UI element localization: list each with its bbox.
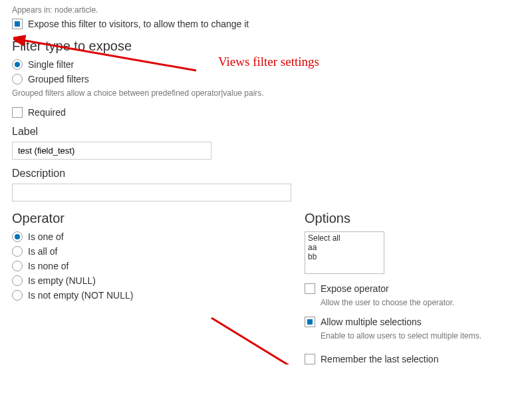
operator-is-empty-radio[interactable] xyxy=(12,275,23,286)
options-item-2[interactable]: bb xyxy=(307,252,382,261)
expose-operator-help: Allow the user to choose the operator. xyxy=(321,298,504,307)
filter-type-grouped-label: Grouped filters xyxy=(28,74,89,84)
filter-type-help: Grouped filters allow a choice between p… xyxy=(12,88,520,98)
allow-multiple-help: Enable to allow users to select multiple… xyxy=(321,331,504,341)
options-item-0[interactable]: Select all xyxy=(307,233,382,243)
allow-multiple-checkbox[interactable] xyxy=(305,317,315,327)
expose-operator-checkbox[interactable] xyxy=(305,283,315,294)
operator-option-4: Is not empty (NOT NULL) xyxy=(28,290,133,301)
label-title: Label xyxy=(12,126,520,138)
filter-type-single-radio[interactable] xyxy=(12,59,23,70)
filter-type-grouped-radio[interactable] xyxy=(12,74,23,84)
required-label: Required xyxy=(28,107,66,118)
options-item-1[interactable]: aa xyxy=(307,243,382,252)
options-title: Options xyxy=(305,211,504,226)
allow-multiple-label: Allow multiple selections xyxy=(321,317,422,327)
operator-option-2: Is none of xyxy=(28,261,69,271)
label-input[interactable] xyxy=(12,142,211,160)
description-title: Description xyxy=(12,168,520,180)
required-checkbox[interactable] xyxy=(12,107,23,118)
operator-is-not-empty-radio[interactable] xyxy=(12,290,23,301)
annotation-title: Views filter settings xyxy=(218,55,319,69)
operator-option-0: Is one of xyxy=(28,231,64,242)
appears-in-text: Appears in: node:article. xyxy=(12,5,520,15)
operator-is-all-of-radio[interactable] xyxy=(12,246,23,257)
expose-operator-label: Expose operator xyxy=(321,283,389,294)
filter-type-single-label: Single filter xyxy=(28,59,74,70)
operator-title: Operator xyxy=(12,211,265,226)
operator-option-3: Is empty (NULL) xyxy=(28,275,96,286)
remember-last-checkbox[interactable] xyxy=(305,354,315,364)
operator-is-none-of-radio[interactable] xyxy=(12,261,23,271)
operator-is-one-of-radio[interactable] xyxy=(12,231,23,242)
expose-filter-checkbox[interactable] xyxy=(12,19,23,29)
filter-type-title: Filter type to expose xyxy=(12,39,520,54)
operator-option-1: Is all of xyxy=(28,246,57,257)
remember-last-label: Remember the last selection xyxy=(321,354,438,364)
options-select[interactable]: Select all aa bb xyxy=(305,231,384,274)
expose-filter-label: Expose this filter to visitors, to allow… xyxy=(28,19,249,29)
description-input[interactable] xyxy=(12,184,291,202)
